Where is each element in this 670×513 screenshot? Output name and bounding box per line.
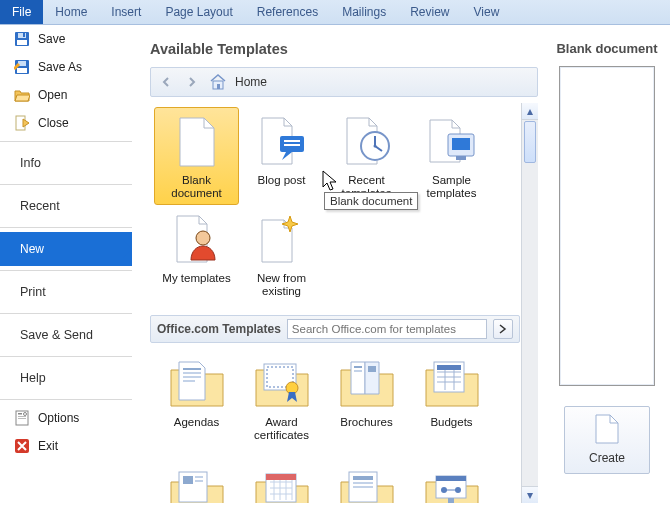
- svg-rect-26: [183, 372, 201, 374]
- svg-rect-46: [353, 486, 373, 488]
- ribbon-tab-view[interactable]: View: [462, 0, 512, 24]
- template-label: Sample templates: [412, 174, 491, 200]
- svg-rect-48: [436, 476, 466, 481]
- clock-icon: [339, 114, 395, 170]
- sidebar-separator: [0, 141, 132, 142]
- template-budgets[interactable]: Budgets: [409, 349, 494, 447]
- svg-rect-22: [452, 138, 470, 150]
- sidebar-item-help[interactable]: Help: [0, 361, 132, 395]
- template-label: Blank document: [157, 174, 236, 200]
- svg-rect-9: [18, 413, 22, 415]
- ribbon-tab-file[interactable]: File: [0, 0, 43, 24]
- create-button[interactable]: Create: [564, 406, 650, 474]
- svg-rect-32: [354, 366, 362, 368]
- sidebar-item-save[interactable]: Save: [0, 25, 132, 53]
- template-agendas[interactable]: Agendas: [154, 349, 239, 447]
- create-button-label: Create: [589, 451, 625, 465]
- sidebar-item-info[interactable]: Info: [0, 146, 132, 180]
- search-go-button[interactable]: [493, 319, 513, 339]
- svg-rect-39: [195, 476, 203, 478]
- svg-rect-11: [18, 418, 26, 419]
- sidebar-item-saveas[interactable]: Save As: [0, 53, 132, 81]
- template-label: Brochures: [340, 416, 392, 429]
- sidebar-separator: [0, 399, 132, 400]
- sample-icon: [424, 114, 480, 170]
- ribbon: File Home Insert Page Layout References …: [0, 0, 670, 25]
- sidebar-item-new[interactable]: New: [0, 232, 132, 266]
- svg-rect-38: [183, 476, 193, 484]
- sidebar-item-open[interactable]: Open: [0, 81, 132, 109]
- folder-chart-icon: [424, 462, 480, 503]
- ribbon-tab-home[interactable]: Home: [43, 0, 99, 24]
- template-blank-document[interactable]: Blank document: [154, 107, 239, 205]
- office-templates-grid: Agendas Award certificates Brochures: [150, 345, 520, 455]
- svg-rect-34: [368, 366, 376, 372]
- newfrom-icon: [254, 212, 310, 268]
- template-partial-2[interactable]: [239, 455, 324, 503]
- template-new-from-existing[interactable]: New from existing: [239, 205, 324, 303]
- template-partial-1[interactable]: [154, 455, 239, 503]
- office-templates-grid-row2: [150, 455, 520, 503]
- sidebar-item-label: Options: [38, 411, 79, 425]
- sidebar-separator: [0, 313, 132, 314]
- blog-icon: [254, 114, 310, 170]
- svg-rect-15: [217, 84, 220, 89]
- sidebar-item-label: Save As: [38, 60, 82, 74]
- svg-rect-36: [437, 365, 461, 370]
- ribbon-tab-mailings[interactable]: Mailings: [330, 0, 398, 24]
- template-label: My templates: [162, 272, 230, 285]
- template-blog-post[interactable]: Blog post: [239, 107, 324, 205]
- close-icon: [14, 115, 30, 131]
- home-icon[interactable]: [209, 74, 227, 90]
- scroll-down-button[interactable]: ▾: [522, 486, 538, 503]
- svg-rect-23: [456, 156, 466, 160]
- breadcrumb-home[interactable]: Home: [235, 75, 267, 89]
- office-templates-title: Office.com Templates: [157, 322, 281, 336]
- saveas-icon: [14, 59, 30, 75]
- template-label: Budgets: [430, 416, 472, 429]
- sidebar-item-options[interactable]: Options: [0, 404, 132, 432]
- svg-rect-18: [284, 144, 300, 146]
- folder-calendar-icon: [254, 462, 310, 503]
- sidebar-item-exit[interactable]: Exit: [0, 432, 132, 460]
- nav-back-button[interactable]: [157, 73, 175, 91]
- folder-doc-icon: [169, 356, 225, 412]
- search-input[interactable]: [287, 319, 487, 339]
- scroll-up-button[interactable]: ▴: [522, 103, 538, 120]
- svg-rect-33: [354, 370, 362, 372]
- ribbon-tab-pagelayout[interactable]: Page Layout: [153, 0, 244, 24]
- sidebar-item-recent[interactable]: Recent: [0, 189, 132, 223]
- svg-point-20: [373, 145, 376, 148]
- template-partial-3[interactable]: [324, 455, 409, 503]
- sidebar-item-savesend[interactable]: Save & Send: [0, 318, 132, 352]
- nav-forward-button[interactable]: [183, 73, 201, 91]
- template-my-templates[interactable]: My templates: [154, 205, 239, 303]
- scroll-thumb[interactable]: [524, 121, 536, 163]
- template-sample-templates[interactable]: Sample templates: [409, 107, 494, 205]
- sidebar-separator: [0, 356, 132, 357]
- svg-rect-44: [353, 476, 373, 480]
- sidebar-item-print[interactable]: Print: [0, 275, 132, 309]
- ribbon-tab-insert[interactable]: Insert: [99, 0, 153, 24]
- folder-cert-icon: [254, 356, 310, 412]
- sidebar-item-close[interactable]: Close: [0, 109, 132, 137]
- template-brochures[interactable]: Brochures: [324, 349, 409, 447]
- tooltip: Blank document: [324, 192, 418, 210]
- folder-budget-icon: [424, 356, 480, 412]
- template-label: Blog post: [258, 174, 306, 187]
- preview-pane: Blank document Create: [552, 41, 662, 513]
- preview-thumbnail: [559, 66, 655, 386]
- preview-title: Blank document: [556, 41, 657, 56]
- ribbon-tab-references[interactable]: References: [245, 0, 330, 24]
- ribbon-tab-review[interactable]: Review: [398, 0, 461, 24]
- scrollbar[interactable]: ▴ ▾: [521, 103, 538, 503]
- template-award-certificates[interactable]: Award certificates: [239, 349, 324, 447]
- template-partial-4[interactable]: [409, 455, 494, 503]
- svg-rect-25: [183, 368, 201, 370]
- template-recent-templates[interactable]: Recent templates: [324, 107, 409, 205]
- office-templates-bar: Office.com Templates: [150, 315, 520, 343]
- page-icon: [594, 413, 620, 445]
- svg-rect-28: [183, 380, 195, 382]
- sidebar-item-label: Open: [38, 88, 67, 102]
- svg-rect-40: [195, 480, 203, 482]
